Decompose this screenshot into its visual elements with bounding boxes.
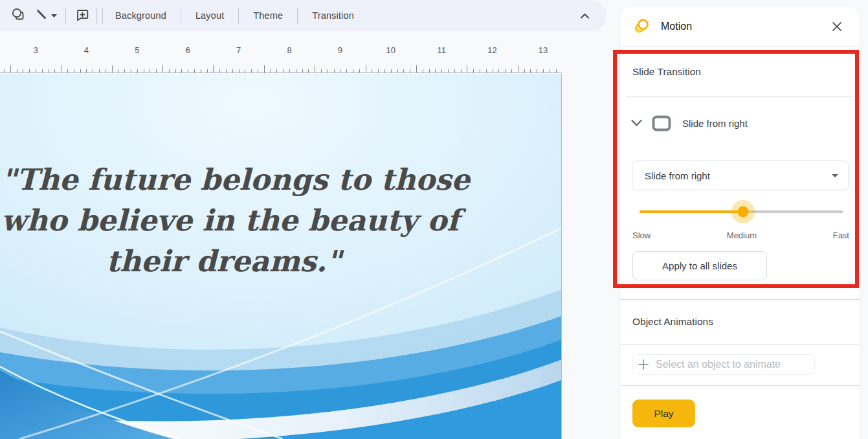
slide-transition-heading: Slide Transition bbox=[632, 66, 701, 78]
motion-panel-header: Motion bbox=[620, 6, 860, 47]
toolbar-separator bbox=[65, 8, 66, 24]
slide-toolbar: Background Layout Theme Transition bbox=[0, 0, 606, 31]
slider-fill bbox=[640, 210, 743, 213]
horizontal-ruler: 345678910111213 bbox=[0, 41, 562, 73]
collapse-toolbar-icon[interactable] bbox=[578, 9, 591, 22]
speed-label-slow: Slow bbox=[632, 231, 651, 240]
close-icon[interactable] bbox=[829, 18, 845, 35]
quote-line: who believe in the beauty of bbox=[1, 200, 447, 241]
plus-icon bbox=[638, 359, 649, 370]
shape-tool-button[interactable] bbox=[6, 5, 30, 27]
transition-button[interactable]: Transition bbox=[302, 4, 364, 27]
motion-icon bbox=[633, 17, 651, 37]
transition-expand-row[interactable]: Slide from right bbox=[630, 113, 748, 133]
panel-divider bbox=[620, 344, 860, 345]
background-button[interactable]: Background bbox=[106, 4, 176, 27]
speed-label-fast: Fast bbox=[833, 231, 849, 240]
toolbar-separator bbox=[238, 8, 239, 24]
transition-type-dropdown[interactable]: Slide from right bbox=[632, 161, 849, 190]
quote-text-box[interactable]: "The future belongs to those who believe… bbox=[1, 159, 447, 282]
line-dropdown-caret-icon[interactable] bbox=[51, 14, 57, 17]
slider-thumb[interactable] bbox=[738, 207, 749, 218]
theme-button[interactable]: Theme bbox=[243, 4, 293, 27]
object-animations-heading: Object Animations bbox=[632, 316, 713, 328]
toolbar-separator bbox=[181, 8, 181, 24]
shape-icon bbox=[10, 6, 26, 25]
dropdown-selected-value: Slide from right bbox=[645, 170, 710, 181]
select-object-prompt: Select an object to animate bbox=[632, 354, 815, 375]
panel-divider bbox=[620, 47, 860, 47]
panel-divider bbox=[620, 299, 860, 300]
chevron-down-icon bbox=[630, 118, 643, 128]
panel-divider bbox=[626, 96, 860, 96]
panel-title: Motion bbox=[661, 21, 692, 32]
line-tool-button[interactable] bbox=[30, 5, 61, 27]
selected-transition-label: Slide from right bbox=[682, 118, 748, 129]
insert-comment-icon bbox=[74, 6, 90, 25]
motion-panel: Motion Slide Transition Slide from right… bbox=[620, 6, 860, 439]
panel-divider bbox=[620, 385, 860, 386]
layout-button[interactable]: Layout bbox=[186, 4, 234, 27]
play-button[interactable]: Play bbox=[632, 400, 695, 427]
quote-line: "The future belongs to those bbox=[1, 159, 447, 200]
slide-canvas[interactable]: "The future belongs to those who believe… bbox=[0, 74, 562, 439]
toolbar-separator bbox=[96, 8, 97, 24]
select-object-prompt-text: Select an object to animate bbox=[656, 359, 781, 370]
google-slides-window: Background Layout Theme Transition 34567… bbox=[0, 0, 868, 439]
line-icon bbox=[34, 6, 49, 25]
speed-label-medium: Medium bbox=[727, 231, 757, 240]
dropdown-caret-icon bbox=[832, 174, 838, 177]
transition-speed-slider[interactable] bbox=[640, 203, 843, 221]
insert-comment-button[interactable] bbox=[71, 5, 94, 27]
toolbar-separator bbox=[297, 8, 298, 24]
apply-to-all-slides-button[interactable]: Apply to all slides bbox=[632, 251, 767, 280]
toolbar-separator bbox=[102, 8, 103, 24]
slide-thumbnail-icon bbox=[652, 115, 671, 131]
quote-line: their dreams." bbox=[1, 241, 447, 282]
speed-labels: Slow Medium Fast bbox=[632, 231, 849, 240]
